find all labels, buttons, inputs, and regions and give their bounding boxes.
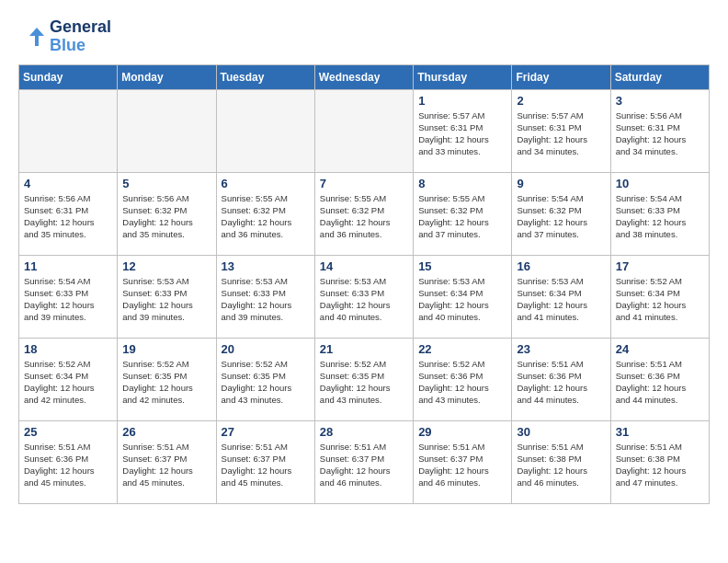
calendar-cell: 23Sunrise: 5:51 AM Sunset: 6:36 PM Dayli… xyxy=(512,338,610,420)
calendar-cell: 19Sunrise: 5:52 AM Sunset: 6:35 PM Dayli… xyxy=(118,338,216,420)
calendar-cell: 1Sunrise: 5:57 AM Sunset: 6:31 PM Daylig… xyxy=(414,89,512,172)
calendar-cell xyxy=(19,89,118,172)
weekday-header-wednesday: Wednesday xyxy=(314,64,413,89)
day-number: 17 xyxy=(616,259,704,273)
calendar-cell: 8Sunrise: 5:55 AM Sunset: 6:32 PM Daylig… xyxy=(414,172,512,255)
day-info: Sunrise: 5:57 AM Sunset: 6:31 PM Dayligh… xyxy=(418,109,506,158)
calendar-cell: 17Sunrise: 5:52 AM Sunset: 6:34 PM Dayli… xyxy=(610,255,709,338)
calendar-cell: 5Sunrise: 5:56 AM Sunset: 6:32 PM Daylig… xyxy=(118,172,216,255)
calendar-cell: 3Sunrise: 5:56 AM Sunset: 6:31 PM Daylig… xyxy=(610,89,709,172)
calendar-cell: 2Sunrise: 5:57 AM Sunset: 6:31 PM Daylig… xyxy=(512,89,610,172)
calendar-cell: 13Sunrise: 5:53 AM Sunset: 6:33 PM Dayli… xyxy=(216,255,314,338)
calendar-cell: 9Sunrise: 5:54 AM Sunset: 6:32 PM Daylig… xyxy=(512,172,610,255)
day-number: 31 xyxy=(616,425,704,439)
day-info: Sunrise: 5:51 AM Sunset: 6:37 PM Dayligh… xyxy=(122,441,210,489)
day-info: Sunrise: 5:51 AM Sunset: 6:36 PM Dayligh… xyxy=(517,358,605,407)
calendar-cell: 7Sunrise: 5:55 AM Sunset: 6:32 PM Daylig… xyxy=(314,172,413,255)
day-info: Sunrise: 5:53 AM Sunset: 6:33 PM Dayligh… xyxy=(320,275,408,324)
calendar-cell: 20Sunrise: 5:52 AM Sunset: 6:35 PM Dayli… xyxy=(216,338,314,420)
calendar-table: SundayMondayTuesdayWednesdayThursdayFrid… xyxy=(18,64,710,504)
day-info: Sunrise: 5:54 AM Sunset: 6:33 PM Dayligh… xyxy=(616,192,704,241)
day-info: Sunrise: 5:51 AM Sunset: 6:37 PM Dayligh… xyxy=(418,441,506,489)
calendar-cell: 11Sunrise: 5:54 AM Sunset: 6:33 PM Dayli… xyxy=(19,255,118,338)
day-number: 6 xyxy=(222,177,310,190)
calendar-cell: 27Sunrise: 5:51 AM Sunset: 6:37 PM Dayli… xyxy=(216,420,314,503)
day-number: 23 xyxy=(517,342,605,356)
calendar-cell: 14Sunrise: 5:53 AM Sunset: 6:33 PM Dayli… xyxy=(314,255,413,338)
day-number: 20 xyxy=(222,342,310,356)
day-number: 14 xyxy=(320,259,408,273)
day-number: 26 xyxy=(122,425,210,439)
logo-text: General Blue xyxy=(50,18,111,55)
day-info: Sunrise: 5:55 AM Sunset: 6:32 PM Dayligh… xyxy=(418,192,506,241)
calendar-cell: 26Sunrise: 5:51 AM Sunset: 6:37 PM Dayli… xyxy=(118,420,216,503)
day-number: 3 xyxy=(616,94,704,108)
day-number: 8 xyxy=(418,177,506,190)
day-number: 12 xyxy=(122,259,210,273)
day-info: Sunrise: 5:56 AM Sunset: 6:32 PM Dayligh… xyxy=(122,192,210,241)
logo: General Blue xyxy=(18,18,111,55)
calendar-cell: 4Sunrise: 5:56 AM Sunset: 6:31 PM Daylig… xyxy=(19,172,118,255)
week-row-4: 18Sunrise: 5:52 AM Sunset: 6:34 PM Dayli… xyxy=(19,338,710,420)
page-header: General Blue xyxy=(18,18,710,55)
day-number: 30 xyxy=(517,425,605,439)
day-number: 21 xyxy=(320,342,408,356)
day-info: Sunrise: 5:51 AM Sunset: 6:38 PM Dayligh… xyxy=(616,441,704,489)
day-info: Sunrise: 5:53 AM Sunset: 6:33 PM Dayligh… xyxy=(222,275,310,324)
day-info: Sunrise: 5:54 AM Sunset: 6:32 PM Dayligh… xyxy=(517,192,605,241)
day-info: Sunrise: 5:56 AM Sunset: 6:31 PM Dayligh… xyxy=(24,192,112,241)
week-row-1: 1Sunrise: 5:57 AM Sunset: 6:31 PM Daylig… xyxy=(19,89,710,172)
svg-marker-0 xyxy=(29,28,44,46)
calendar-cell: 25Sunrise: 5:51 AM Sunset: 6:36 PM Dayli… xyxy=(19,420,118,503)
day-number: 16 xyxy=(517,259,605,273)
day-info: Sunrise: 5:57 AM Sunset: 6:31 PM Dayligh… xyxy=(517,109,605,158)
weekday-header-tuesday: Tuesday xyxy=(216,64,314,89)
day-number: 19 xyxy=(122,342,210,356)
day-number: 2 xyxy=(517,94,605,108)
day-info: Sunrise: 5:52 AM Sunset: 6:34 PM Dayligh… xyxy=(24,358,112,407)
day-number: 24 xyxy=(616,342,704,356)
calendar-cell: 21Sunrise: 5:52 AM Sunset: 6:35 PM Dayli… xyxy=(314,338,413,420)
day-number: 11 xyxy=(24,259,112,273)
calendar-cell: 24Sunrise: 5:51 AM Sunset: 6:36 PM Dayli… xyxy=(610,338,709,420)
day-number: 4 xyxy=(24,177,112,190)
day-info: Sunrise: 5:52 AM Sunset: 6:35 PM Dayligh… xyxy=(122,358,210,407)
day-number: 22 xyxy=(418,342,506,356)
logo-icon xyxy=(18,23,46,51)
day-info: Sunrise: 5:52 AM Sunset: 6:34 PM Dayligh… xyxy=(616,275,704,324)
week-row-2: 4Sunrise: 5:56 AM Sunset: 6:31 PM Daylig… xyxy=(19,172,710,255)
day-info: Sunrise: 5:53 AM Sunset: 6:34 PM Dayligh… xyxy=(418,275,506,324)
calendar-cell: 12Sunrise: 5:53 AM Sunset: 6:33 PM Dayli… xyxy=(118,255,216,338)
day-number: 1 xyxy=(418,94,506,108)
calendar-cell: 29Sunrise: 5:51 AM Sunset: 6:37 PM Dayli… xyxy=(414,420,512,503)
calendar-cell xyxy=(118,89,216,172)
day-number: 15 xyxy=(418,259,506,273)
day-number: 5 xyxy=(122,177,210,190)
day-number: 13 xyxy=(222,259,310,273)
day-number: 18 xyxy=(24,342,112,356)
day-info: Sunrise: 5:55 AM Sunset: 6:32 PM Dayligh… xyxy=(222,192,310,241)
day-info: Sunrise: 5:51 AM Sunset: 6:37 PM Dayligh… xyxy=(222,441,310,489)
calendar-cell: 31Sunrise: 5:51 AM Sunset: 6:38 PM Dayli… xyxy=(610,420,709,503)
calendar-cell xyxy=(216,89,314,172)
calendar-cell: 30Sunrise: 5:51 AM Sunset: 6:38 PM Dayli… xyxy=(512,420,610,503)
day-number: 10 xyxy=(616,177,704,190)
calendar-cell: 28Sunrise: 5:51 AM Sunset: 6:37 PM Dayli… xyxy=(314,420,413,503)
week-row-3: 11Sunrise: 5:54 AM Sunset: 6:33 PM Dayli… xyxy=(19,255,710,338)
day-info: Sunrise: 5:51 AM Sunset: 6:37 PM Dayligh… xyxy=(320,441,408,489)
day-info: Sunrise: 5:52 AM Sunset: 6:35 PM Dayligh… xyxy=(320,358,408,407)
calendar-cell: 6Sunrise: 5:55 AM Sunset: 6:32 PM Daylig… xyxy=(216,172,314,255)
day-number: 28 xyxy=(320,425,408,439)
day-info: Sunrise: 5:54 AM Sunset: 6:33 PM Dayligh… xyxy=(24,275,112,324)
day-info: Sunrise: 5:52 AM Sunset: 6:36 PM Dayligh… xyxy=(418,358,506,407)
day-info: Sunrise: 5:53 AM Sunset: 6:34 PM Dayligh… xyxy=(517,275,605,324)
weekday-header-friday: Friday xyxy=(512,64,610,89)
day-info: Sunrise: 5:51 AM Sunset: 6:36 PM Dayligh… xyxy=(24,441,112,489)
calendar-cell xyxy=(314,89,413,172)
day-info: Sunrise: 5:51 AM Sunset: 6:36 PM Dayligh… xyxy=(616,358,704,407)
day-number: 29 xyxy=(418,425,506,439)
calendar-cell: 22Sunrise: 5:52 AM Sunset: 6:36 PM Dayli… xyxy=(414,338,512,420)
day-info: Sunrise: 5:52 AM Sunset: 6:35 PM Dayligh… xyxy=(222,358,310,407)
day-number: 9 xyxy=(517,177,605,190)
day-number: 27 xyxy=(222,425,310,439)
